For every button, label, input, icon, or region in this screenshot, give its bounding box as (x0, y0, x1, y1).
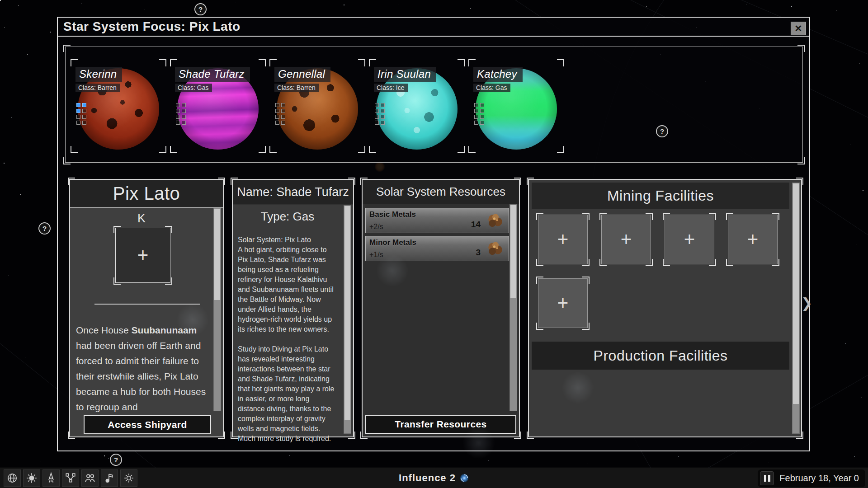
scrollbar-thumb[interactable] (793, 183, 799, 404)
facilities-scrollbar[interactable] (792, 183, 800, 434)
date-display: February 18, Year 0 (779, 473, 859, 483)
slot-indicators (275, 103, 285, 125)
settings-button[interactable] (120, 469, 137, 487)
planet-view-button[interactable] (4, 469, 21, 487)
resource-name: Basic Metals (369, 210, 416, 219)
clock-group: February 18, Year 0 (758, 469, 865, 487)
scrollbar-thumb[interactable] (510, 205, 516, 298)
planet-card-skerinn[interactable]: Skerinn Class: Barren (73, 61, 164, 151)
planet-strip: Skerinn Class: Barren Shade Tufarz Class… (65, 47, 803, 163)
music-button[interactable] (101, 469, 118, 487)
help-button-top[interactable]: ? (194, 3, 207, 15)
planet-card-irin-suulan[interactable]: Irin Suulan Class: Ice (371, 61, 462, 151)
plus-icon: + (557, 230, 569, 249)
planet-name: Katchey (473, 67, 523, 82)
planet-info-scrollbar[interactable] (344, 205, 351, 434)
resources-panel: Solar System Resources Basic Metals +2/s… (362, 179, 520, 437)
scrollbar-thumb[interactable] (344, 206, 350, 420)
population-icon (84, 472, 96, 484)
mining-slot-2[interactable]: + (601, 215, 651, 264)
window-titlebar: Star System Focus: Pix Lato (58, 18, 809, 37)
description-paragraph: A hot giant, orbiting close to Pix Lato,… (238, 245, 338, 334)
help-button-left[interactable]: ? (38, 222, 51, 235)
scrollbar-thumb[interactable] (214, 209, 220, 300)
close-button[interactable]: ✕ (791, 22, 806, 35)
resource-row-basic-metals[interactable]: Basic Metals +2/s 14 (365, 208, 509, 233)
planet-card-katchey[interactable]: Katchey Class: Gas (471, 61, 562, 151)
access-shipyard-button[interactable]: Access Shipyard (84, 415, 211, 434)
mining-slot-3[interactable]: + (665, 215, 714, 264)
plus-icon: + (747, 230, 759, 249)
planet-name: Shade Tufarz (175, 67, 250, 82)
system-label: Solar System: Pix Lato (238, 235, 338, 245)
description-paragraph: Study into Diving at Pix Lato has reveal… (238, 344, 338, 444)
slot-indicators (76, 103, 86, 125)
mining-slot-1[interactable]: + (538, 215, 588, 264)
star-panel-scrollbar[interactable] (213, 208, 221, 411)
star-building-slot[interactable]: + (115, 228, 170, 283)
influence-label: Influence 2 (399, 472, 456, 484)
resources-scrollbar[interactable] (509, 204, 517, 411)
tech-tree-icon (65, 472, 76, 484)
resource-amount: 14 (471, 220, 481, 230)
fleet-button[interactable] (42, 469, 60, 487)
help-button-strip[interactable]: ? (656, 125, 668, 137)
mining-slot-4[interactable]: + (728, 215, 778, 264)
music-icon (104, 472, 115, 484)
resource-name: Minor Metals (369, 238, 416, 247)
ore-icon (486, 211, 505, 230)
plus-icon: + (621, 230, 632, 249)
slot-indicators (176, 103, 186, 125)
planet-class-label: Class: Barren (274, 84, 319, 92)
resources-header: Solar System Resources (363, 180, 519, 204)
expand-chevron[interactable]: ❯ (801, 295, 812, 311)
plus-icon: + (137, 246, 149, 265)
divider (94, 304, 200, 305)
star-class-label: K (70, 211, 213, 225)
planet-class-label: Class: Ice (374, 84, 408, 92)
planet-name: Irin Suulan (374, 67, 436, 82)
sun-icon (26, 472, 38, 484)
planet-name-title: Name: Shade Tufarz (237, 185, 349, 199)
planet-icon (6, 472, 18, 484)
bottom-bar-icons (0, 469, 137, 487)
influence-icon (459, 473, 469, 483)
resource-rate: +1/s (369, 251, 383, 259)
pause-button[interactable] (760, 471, 774, 485)
transfer-resources-button[interactable]: Transfer Resources (365, 415, 516, 434)
planet-card-shade-tufarz[interactable]: Shade Tufarz Class: Gas (172, 61, 264, 151)
tech-tree-button[interactable] (62, 469, 79, 487)
planet-info-panel: Name: Shade Tufarz Type: Gas Solar Syste… (232, 179, 354, 437)
planet-type-label: Type: Gas (233, 210, 342, 224)
planet-description: Solar System: Pix Lato A hot giant, orbi… (238, 235, 338, 444)
production-facilities-header: Production Facilities (532, 342, 789, 370)
slot-indicators (375, 103, 385, 125)
resource-row-minor-metals[interactable]: Minor Metals +1/s 3 (365, 236, 509, 261)
resources-title: Solar System Resources (376, 185, 505, 199)
plus-icon: + (684, 230, 695, 249)
rocket-icon (45, 472, 57, 484)
gear-icon (123, 472, 135, 484)
star-system-focus-window: Star System Focus: Pix Lato ✕ Skerinn Cl… (57, 17, 810, 451)
star-panel-header: Pix Lato (70, 180, 223, 208)
planet-class-label: Class: Gas (175, 84, 212, 92)
star-description: Once House Suubanunaam had been driven o… (76, 323, 211, 413)
planet-card-gennellal[interactable]: Gennellal Class: Barren (272, 61, 363, 151)
mining-slot-5[interactable]: + (538, 278, 588, 328)
planet-class-label: Class: Barren (75, 84, 120, 92)
mining-facilities-header: Mining Facilities (532, 183, 789, 209)
window-title: Star System Focus: Pix Lato (63, 19, 241, 34)
planet-class-label: Class: Gas (473, 84, 510, 92)
star-view-button[interactable] (23, 469, 40, 487)
population-button[interactable] (81, 469, 99, 487)
ore-icon (486, 239, 505, 258)
planet-info-header: Name: Shade Tufarz (233, 180, 353, 205)
facilities-panel: Mining Facilities + + + + + Production F… (528, 179, 802, 437)
bottom-bar: Influence 2 February 18, Year 0 (0, 468, 868, 488)
planet-name: Skerinn (75, 67, 122, 82)
starfield-layer-2 (0, 0, 1, 1)
help-button-bottom[interactable]: ? (110, 454, 122, 466)
plus-icon: + (557, 294, 569, 313)
resource-rate: +2/s (369, 223, 383, 231)
planet-name: Gennellal (274, 67, 330, 82)
